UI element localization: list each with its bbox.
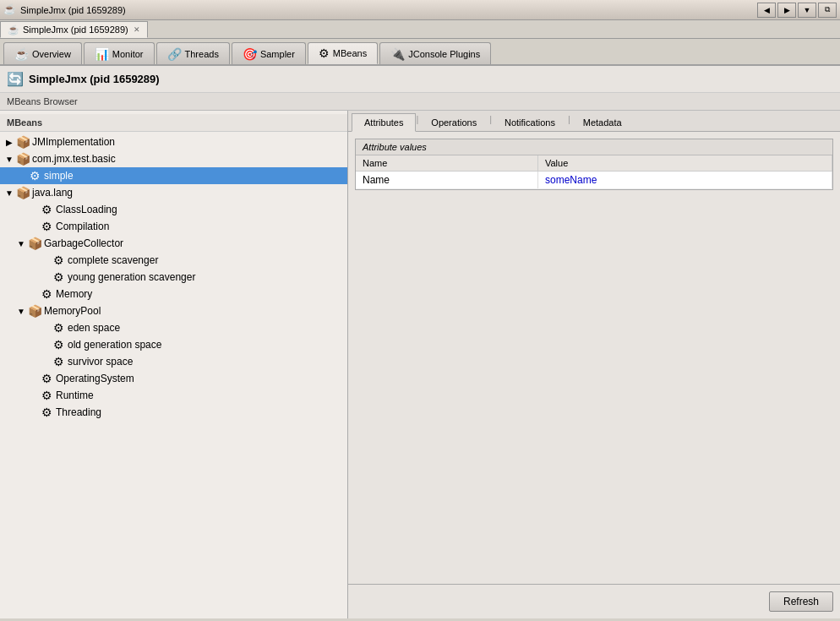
tab-operations[interactable]: Operations <box>418 113 489 131</box>
tab-overview[interactable]: ☕ Overview <box>3 42 82 64</box>
tree-item-simple[interactable]: ⚙ simple <box>0 167 347 184</box>
back-button[interactable]: ◀ <box>757 3 776 18</box>
threads-icon: 🔗 <box>167 47 182 61</box>
tree-item-eden-space[interactable]: ⚙ eden space <box>0 319 347 336</box>
label-memory: Memory <box>56 288 92 300</box>
expander-runtime <box>27 391 39 400</box>
label-compilation: Compilation <box>56 221 109 232</box>
expander-young-gen <box>39 273 51 282</box>
icon-memorypool: 📦 <box>27 304 42 318</box>
tree-item-survivor-space[interactable]: ⚙ survivor space <box>0 353 347 370</box>
mbeans-icon: ⚙ <box>319 46 330 60</box>
icon-jmimplementation: 📦 <box>15 135 30 149</box>
label-com-jmx: com.jmx.test.basic <box>32 153 116 165</box>
tree-item-memory[interactable]: ⚙ Memory <box>0 286 347 302</box>
tree-item-threading[interactable]: ⚙ Threading <box>0 404 347 421</box>
expander-com-jmx[interactable]: ▼ <box>3 155 15 164</box>
expander-eden-space <box>39 324 51 333</box>
tree-item-classloading[interactable]: ⚙ ClassLoading <box>0 201 347 218</box>
label-runtime: Runtime <box>56 389 94 401</box>
tree-item-complete-scavenger[interactable]: ⚙ complete scavenger <box>0 252 347 269</box>
tab-close-icon[interactable]: ✕ <box>134 25 140 34</box>
tab-jconsole[interactable]: 🔌 JConsole Plugins <box>379 42 491 64</box>
tree-item-garbagecollector[interactable]: ▼ 📦 GarbageCollector <box>0 235 347 252</box>
tab-sampler[interactable]: 🎯 Sampler <box>232 42 306 64</box>
label-jmimplementation: JMImplementation <box>32 136 115 148</box>
tree-item-compilation[interactable]: ⚙ Compilation <box>0 218 347 235</box>
col-header-value: Value <box>537 155 832 172</box>
icon-compilation: ⚙ <box>39 220 54 233</box>
col-header-name: Name <box>356 155 537 172</box>
icon-memory: ⚙ <box>39 287 54 301</box>
label-memorypool: MemoryPool <box>44 305 101 317</box>
window-tab-icon: ☕ <box>8 25 19 35</box>
tab-monitor[interactable]: 📊 Monitor <box>84 42 155 64</box>
icon-eden-space: ⚙ <box>51 321 66 335</box>
expander-old-gen <box>39 340 51 350</box>
expander-survivor <box>39 357 51 367</box>
icon-com-jmx: 📦 <box>15 152 30 166</box>
tab-metadata[interactable]: Metadata <box>570 113 635 131</box>
expander-simple <box>15 172 27 181</box>
label-java-lang: java.lang <box>32 187 73 199</box>
expander-java-lang[interactable]: ▼ <box>3 188 15 198</box>
restore-button[interactable]: ⧉ <box>818 3 837 18</box>
attr-section-title: Attribute values <box>356 139 832 155</box>
window-tab-active[interactable]: ☕ SimpleJmx (pid 1659289) ✕ <box>0 21 148 38</box>
title-bar-text: SimpleJmx (pid 1659289) <box>20 5 757 15</box>
sampler-icon: 🎯 <box>243 47 257 61</box>
icon-java-lang: 📦 <box>15 186 30 199</box>
tree-item-java-lang[interactable]: ▼ 📦 java.lang <box>0 184 347 201</box>
tree-item-old-gen-space[interactable]: ⚙ old generation space <box>0 336 347 353</box>
label-old-gen: old generation space <box>68 339 161 351</box>
table-row: Name someName <box>356 172 832 189</box>
tree-item-memorypool[interactable]: ▼ 📦 MemoryPool <box>0 302 347 319</box>
refresh-button[interactable]: Refresh <box>769 591 833 612</box>
expander-memorypool[interactable]: ▼ <box>15 307 27 316</box>
tree-item-com-jmx[interactable]: ▼ 📦 com.jmx.test.basic <box>0 150 347 167</box>
attr-table: Name Value Name someName <box>356 155 832 189</box>
content-area: Attribute values Name Value Name someNam… <box>348 132 840 584</box>
icon-simple: ⚙ <box>27 169 42 182</box>
tree-item-operatingsystem[interactable]: ⚙ OperatingSystem <box>0 370 347 387</box>
title-bar: ☕ SimpleJmx (pid 1659289) ◀ ▶ ▼ ⧉ <box>0 0 840 20</box>
label-survivor: survivor space <box>68 356 133 368</box>
label-os: OperatingSystem <box>56 373 134 384</box>
breadcrumb-text: MBeans Browser <box>7 96 78 106</box>
tab-threads[interactable]: 🔗 Threads <box>156 42 230 64</box>
icon-old-gen: ⚙ <box>51 338 66 351</box>
dropdown-button[interactable]: ▼ <box>798 3 816 18</box>
jconsole-icon: 🔌 <box>390 47 405 61</box>
nav-tabs: ☕ Overview 📊 Monitor 🔗 Threads 🎯 Sampler… <box>0 39 840 66</box>
icon-garbagecollector: 📦 <box>27 237 42 250</box>
tree-item-young-gen-scavenger[interactable]: ⚙ young generation scavenger <box>0 269 347 286</box>
tab-attributes-label: Attributes <box>364 117 403 128</box>
tab-attributes[interactable]: Attributes <box>352 113 416 132</box>
window-tabs: ☕ SimpleJmx (pid 1659289) ✕ <box>0 20 840 39</box>
expander-os <box>27 374 39 384</box>
monitor-icon: 📊 <box>95 47 109 61</box>
tree-item-runtime[interactable]: ⚙ Runtime <box>0 387 347 404</box>
expander-jmimplementation[interactable]: ▶ <box>3 138 15 147</box>
app-icon: ☕ <box>3 3 17 17</box>
expander-classloading <box>27 205 39 215</box>
app-title-text: SimpleJmx (pid 1659289) <box>29 73 160 85</box>
forward-button[interactable]: ▶ <box>777 3 796 18</box>
label-complete-scavenger: complete scavenger <box>68 254 158 266</box>
expander-memory <box>27 290 39 299</box>
tab-mbeans-label: MBeans <box>333 48 367 58</box>
icon-survivor: ⚙ <box>51 355 66 368</box>
label-garbagecollector: GarbageCollector <box>44 237 123 249</box>
content-tabs: Attributes | Operations | Notifications … <box>348 111 840 132</box>
attr-value-cell[interactable]: someName <box>537 172 832 189</box>
tab-notifications[interactable]: Notifications <box>492 113 568 131</box>
overview-icon: ☕ <box>14 47 29 61</box>
title-bar-controls: ◀ ▶ ▼ ⧉ <box>757 3 837 18</box>
tab-mbeans[interactable]: ⚙ MBeans <box>308 42 378 64</box>
expander-garbagecollector[interactable]: ▼ <box>15 239 27 248</box>
tab-monitor-label: Monitor <box>112 49 144 59</box>
attr-values-section: Attribute values Name Value Name someNam… <box>355 139 833 190</box>
expander-threading <box>27 408 39 417</box>
tree-item-jmimplementation[interactable]: ▶ 📦 JMImplementation <box>0 133 347 150</box>
tab-jconsole-label: JConsole Plugins <box>408 49 480 59</box>
